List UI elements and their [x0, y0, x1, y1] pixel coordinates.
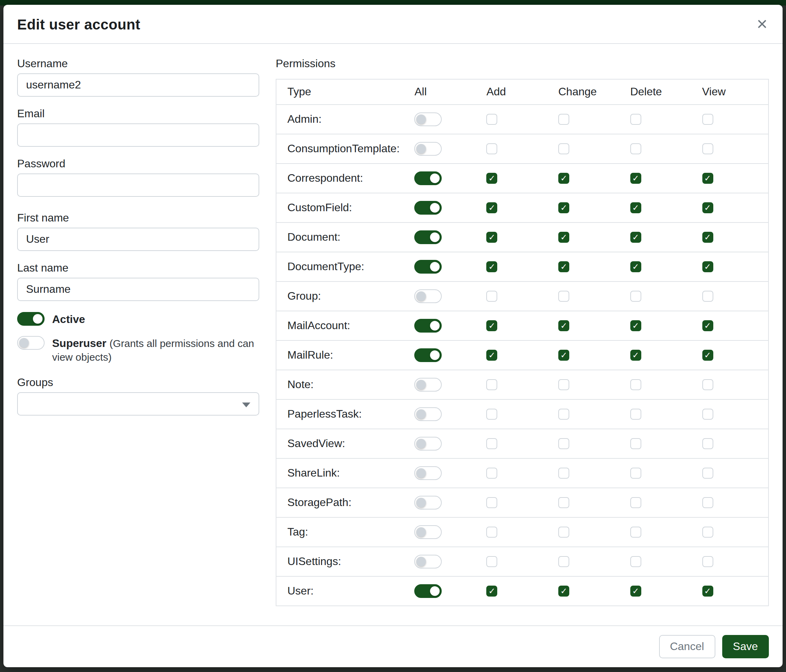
permission-change-checkbox[interactable]: ✓ [558, 320, 569, 331]
active-toggle[interactable] [17, 312, 45, 326]
permission-delete-checkbox[interactable] [630, 438, 641, 449]
permission-add-checkbox[interactable]: ✓ [486, 202, 497, 213]
permission-add-checkbox[interactable] [486, 556, 497, 567]
toggle-knob [417, 557, 426, 567]
permission-change-checkbox[interactable] [558, 291, 569, 302]
last-name-input[interactable] [17, 278, 259, 301]
permission-view-checkbox[interactable]: ✓ [702, 320, 713, 331]
permission-delete-checkbox[interactable] [630, 291, 641, 302]
permission-all-toggle[interactable] [415, 319, 442, 333]
save-button[interactable]: Save [722, 635, 769, 658]
permission-change-checkbox[interactable] [558, 379, 569, 390]
permission-delete-checkbox[interactable]: ✓ [630, 261, 641, 272]
permission-view-checkbox[interactable]: ✓ [702, 586, 713, 597]
permission-change-checkbox[interactable] [558, 143, 569, 154]
permission-change-checkbox[interactable] [558, 527, 569, 538]
permission-add-checkbox[interactable] [486, 379, 497, 390]
permission-view-checkbox[interactable]: ✓ [702, 173, 713, 184]
permission-view-checkbox[interactable] [702, 527, 713, 538]
permission-delete-checkbox[interactable] [630, 379, 641, 390]
close-icon[interactable]: × [755, 16, 769, 31]
permission-add-checkbox[interactable] [486, 143, 497, 154]
permission-add-checkbox[interactable] [486, 409, 497, 420]
superuser-toggle[interactable] [17, 336, 45, 350]
permission-delete-checkbox[interactable] [630, 409, 641, 420]
permission-change-checkbox[interactable]: ✓ [558, 261, 569, 272]
permission-change-checkbox[interactable] [558, 556, 569, 567]
permission-delete-checkbox[interactable]: ✓ [630, 232, 641, 243]
permission-all-toggle[interactable] [415, 171, 442, 185]
permission-add-checkbox[interactable] [486, 438, 497, 449]
permission-add-checkbox[interactable] [486, 114, 497, 125]
permission-view-checkbox[interactable] [702, 409, 713, 420]
permission-all-toggle[interactable] [415, 260, 442, 273]
permission-all-toggle[interactable] [415, 142, 442, 155]
permission-view-checkbox[interactable]: ✓ [702, 261, 713, 272]
permission-all-toggle[interactable] [415, 231, 442, 244]
permission-change-checkbox[interactable] [558, 409, 569, 420]
permission-all-toggle[interactable] [415, 378, 442, 391]
permission-view-checkbox[interactable] [702, 143, 713, 154]
permission-all-toggle[interactable] [415, 555, 442, 568]
permission-delete-checkbox[interactable] [630, 497, 641, 508]
username-input[interactable] [17, 73, 259, 97]
password-field[interactable] [17, 173, 259, 197]
permission-change-checkbox[interactable]: ✓ [558, 202, 569, 213]
permission-delete-checkbox[interactable]: ✓ [630, 173, 641, 184]
cancel-button[interactable]: Cancel [659, 635, 715, 658]
permission-all-toggle[interactable] [415, 113, 442, 126]
permission-add-checkbox[interactable] [486, 291, 497, 302]
permission-add-checkbox[interactable]: ✓ [486, 173, 497, 184]
permission-delete-checkbox[interactable]: ✓ [630, 586, 641, 597]
permission-view-checkbox[interactable] [702, 438, 713, 449]
permission-change-checkbox[interactable] [558, 497, 569, 508]
permission-delete-checkbox[interactable]: ✓ [630, 350, 641, 361]
permission-view-checkbox[interactable] [702, 114, 713, 125]
permission-all-toggle[interactable] [415, 349, 442, 362]
permission-all-toggle[interactable] [415, 201, 442, 215]
permission-delete-checkbox[interactable]: ✓ [630, 320, 641, 331]
permission-add-checkbox[interactable]: ✓ [486, 320, 497, 331]
groups-select[interactable] [17, 392, 259, 416]
permission-add-checkbox[interactable] [486, 527, 497, 538]
permission-view-checkbox[interactable] [702, 468, 713, 479]
first-name-input[interactable] [17, 228, 259, 251]
permission-row: DocumentType:✓✓✓✓ [276, 252, 769, 281]
email-field[interactable] [17, 123, 259, 147]
permission-view-checkbox[interactable] [702, 556, 713, 567]
permission-change-checkbox[interactable]: ✓ [558, 173, 569, 184]
permission-row: Tag: [276, 517, 769, 547]
permission-change-checkbox[interactable] [558, 438, 569, 449]
permission-delete-checkbox[interactable] [630, 468, 641, 479]
toggle-knob [431, 232, 440, 242]
permission-add-checkbox[interactable] [486, 468, 497, 479]
permission-add-checkbox[interactable]: ✓ [486, 261, 497, 272]
permission-delete-checkbox[interactable] [630, 556, 641, 567]
permission-view-checkbox[interactable] [702, 379, 713, 390]
permission-change-checkbox[interactable]: ✓ [558, 586, 569, 597]
permission-view-checkbox[interactable]: ✓ [702, 202, 713, 213]
permission-all-toggle[interactable] [415, 584, 442, 598]
permission-all-toggle[interactable] [415, 289, 442, 303]
permission-view-checkbox[interactable] [702, 497, 713, 508]
permission-delete-checkbox[interactable]: ✓ [630, 202, 641, 213]
permission-view-checkbox[interactable] [702, 291, 713, 302]
permission-add-checkbox[interactable]: ✓ [486, 232, 497, 243]
permission-change-checkbox[interactable]: ✓ [558, 350, 569, 361]
permission-change-checkbox[interactable] [558, 114, 569, 125]
permission-delete-checkbox[interactable] [630, 527, 641, 538]
permission-change-checkbox[interactable]: ✓ [558, 232, 569, 243]
permission-all-toggle[interactable] [415, 407, 442, 421]
permission-all-toggle[interactable] [415, 525, 442, 539]
permission-add-checkbox[interactable]: ✓ [486, 350, 497, 361]
permission-all-toggle[interactable] [415, 466, 442, 480]
permission-delete-checkbox[interactable] [630, 143, 641, 154]
permission-add-checkbox[interactable] [486, 497, 497, 508]
permission-change-checkbox[interactable] [558, 468, 569, 479]
permission-delete-checkbox[interactable] [630, 114, 641, 125]
permission-all-toggle[interactable] [415, 496, 442, 509]
permission-add-checkbox[interactable]: ✓ [486, 586, 497, 597]
permission-view-checkbox[interactable]: ✓ [702, 350, 713, 361]
permission-all-toggle[interactable] [415, 437, 442, 451]
permission-view-checkbox[interactable]: ✓ [702, 232, 713, 243]
